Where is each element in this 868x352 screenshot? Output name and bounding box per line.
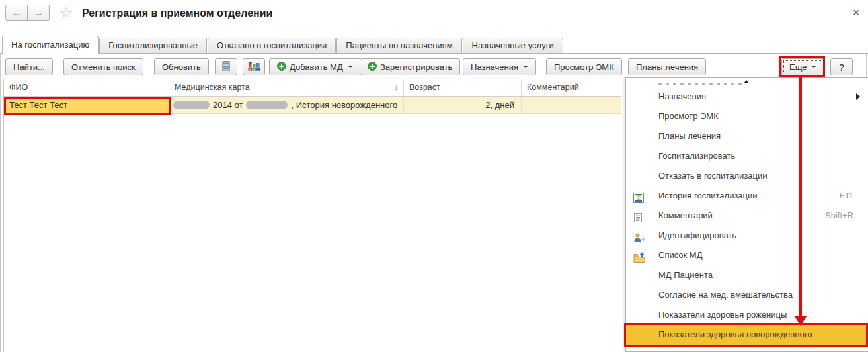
chevron-down-icon <box>348 66 353 68</box>
md-list-folder-icon <box>633 250 645 261</box>
redacted-text-block <box>173 101 210 109</box>
svg-text:z: z <box>257 67 259 71</box>
card-text: , История новорожденного <box>291 97 397 113</box>
menu-item-shortcut: F11 <box>840 186 853 206</box>
menu-item-hospitalize[interactable]: Госпитализировать <box>626 146 868 166</box>
tab-bar: На госпитализацию Госпитализированные От… <box>0 36 868 54</box>
refresh-button[interactable]: Обновить <box>154 58 209 75</box>
svg-text:?: ? <box>641 237 645 243</box>
add-plus-icon <box>277 62 286 73</box>
list-stack-icon <box>221 60 231 74</box>
menu-item-treatment-plans[interactable]: Планы лечения <box>626 126 868 146</box>
list-settings-button[interactable] <box>215 58 237 75</box>
menu-partial-scrolled-item <box>658 83 743 85</box>
tab-patients-by-appointments[interactable]: Пациенты по назначениям <box>336 38 461 53</box>
identify-person-icon: ? <box>633 230 645 241</box>
menu-scroll-up-icon[interactable] <box>744 80 749 83</box>
register-button-label: Зарегистрировать <box>380 62 452 72</box>
help-button[interactable]: ? <box>830 58 853 75</box>
appointments-button-label: Назначения <box>471 62 518 72</box>
menu-item-label: МД Пациента <box>658 270 713 280</box>
menu-item-md-patient[interactable]: МД Пациента <box>626 265 868 285</box>
menu-item-label: Список МД <box>658 250 703 260</box>
tab-refused-hospitalization[interactable]: Отказано в госпитализации <box>208 38 336 53</box>
view-emk-button[interactable]: Просмотр ЭМК <box>546 58 622 75</box>
register-plus-icon <box>368 62 377 73</box>
more-dropdown-menu: Назначения Просмотр ЭМК Планы лечения Го… <box>625 77 868 352</box>
forward-arrow-icon[interactable]: → <box>27 5 50 21</box>
menu-item-hospitalization-history[interactable]: История госпитализации F11 <box>626 186 868 206</box>
favorite-star-icon[interactable]: ☆ <box>59 4 73 22</box>
view-emk-button-label: Просмотр ЭМК <box>554 62 614 72</box>
column-header-label: Медицинская карта <box>175 83 250 92</box>
close-icon[interactable]: × <box>849 5 863 20</box>
panel-left-border <box>0 54 1 352</box>
table-header-row: ФИО Медицинская карта ↓ Возраст Коммента… <box>4 79 621 97</box>
card-text: 2014 от <box>213 97 243 113</box>
find-button[interactable]: Найти... <box>5 58 53 75</box>
tab-for-hospitalization[interactable]: На госпитализацию <box>2 36 99 54</box>
redacted-text-block <box>246 101 288 109</box>
menu-item-view-emk[interactable]: Просмотр ЭМК <box>626 107 868 126</box>
menu-item-comment[interactable]: Комментарий Shift+R <box>626 206 868 226</box>
nav-history-buttons: ← → <box>5 5 50 21</box>
annotation-box-fio-cell <box>4 97 171 115</box>
tab-appointed-services[interactable]: Назначенные услуги <box>463 38 563 53</box>
annotation-box-newborn-menu-item <box>624 323 868 347</box>
xyz-chart-icon: x y z <box>247 60 260 74</box>
menu-item-label: История госпитализации <box>658 191 758 200</box>
comment-document-icon <box>633 210 645 221</box>
add-md-button-label: Добавить МД <box>290 62 343 72</box>
menu-item-label: Комментарий <box>658 210 713 220</box>
sort-descending-icon[interactable]: ↓ <box>394 79 398 96</box>
menu-item-refuse-hospitalization[interactable]: Отказать в госпитализации <box>626 166 868 186</box>
menu-item-label: Госпитализировать <box>658 151 735 161</box>
menu-item-label: Просмотр ЭМК <box>658 111 719 121</box>
add-md-button[interactable]: Добавить МД <box>269 58 361 75</box>
cancel-search-button[interactable]: Отменить поиск <box>63 58 143 75</box>
sort-configure-button[interactable]: x y z <box>243 58 265 75</box>
treatment-plans-button[interactable]: Планы лечения <box>628 58 706 75</box>
tab-hospitalized[interactable]: Госпитализированные <box>99 38 207 53</box>
back-arrow-icon[interactable]: ← <box>5 5 28 21</box>
menu-item-shortcut: Shift+R <box>825 206 853 226</box>
menu-item-label: Планы лечения <box>658 131 721 141</box>
column-header-age[interactable]: Возраст <box>404 79 522 96</box>
annotation-arrow-line <box>799 77 802 316</box>
register-button[interactable]: Зарегистрировать <box>360 58 460 75</box>
patients-table: ФИО Медицинская карта ↓ Возраст Коммента… <box>3 79 621 352</box>
column-header-comment[interactable]: Комментарий <box>522 79 621 96</box>
help-button-label: ? <box>839 62 844 73</box>
appointments-button[interactable]: Назначения <box>463 58 536 75</box>
cell-age[interactable]: 2, дней <box>404 97 522 113</box>
history-hourglass-icon <box>633 191 645 201</box>
cancel-search-button-label: Отменить поиск <box>71 62 136 72</box>
menu-item-consent-medical-intervention[interactable]: Согласие на мед. вмешательства <box>626 285 868 305</box>
find-button-label: Найти... <box>13 62 45 72</box>
refresh-button-label: Обновить <box>162 62 201 72</box>
column-header-fio[interactable]: ФИО <box>4 79 169 96</box>
menu-item-label: Показатели здоровья роженицы <box>658 310 787 320</box>
menu-item-label: Отказать в госпитализации <box>658 171 767 181</box>
annotation-arrow-head-icon <box>795 316 807 326</box>
menu-item-identify[interactable]: ? Идентифицировать <box>626 226 868 245</box>
treatment-plans-button-label: Планы лечения <box>636 62 698 72</box>
svg-text:x: x <box>249 67 251 71</box>
menu-item-label: Назначения <box>658 91 706 101</box>
page-title: Регистрация в приемном отделении <box>82 7 272 19</box>
window-titlebar: ← → ☆ Регистрация в приемном отделении × <box>0 0 868 37</box>
menu-item-label: Согласие на мед. вмешательства <box>658 290 793 300</box>
chevron-down-icon <box>523 66 528 68</box>
column-header-medical-card[interactable]: Медицинская карта ↓ <box>169 79 404 96</box>
svg-text:y: y <box>253 67 255 71</box>
menu-item-label: Идентифицировать <box>658 230 736 240</box>
cell-comment[interactable] <box>522 97 621 113</box>
menu-item-md-list[interactable]: Список МД <box>626 245 868 265</box>
annotation-box-more-button <box>779 56 825 77</box>
menu-item-mother-health-indicators[interactable]: Показатели здоровья роженицы <box>626 305 868 325</box>
cell-medical-card[interactable]: 2014 от , История новорожденного <box>169 97 404 113</box>
menu-item-appointments[interactable]: Назначения <box>626 87 868 107</box>
submenu-arrow-icon <box>856 93 860 100</box>
